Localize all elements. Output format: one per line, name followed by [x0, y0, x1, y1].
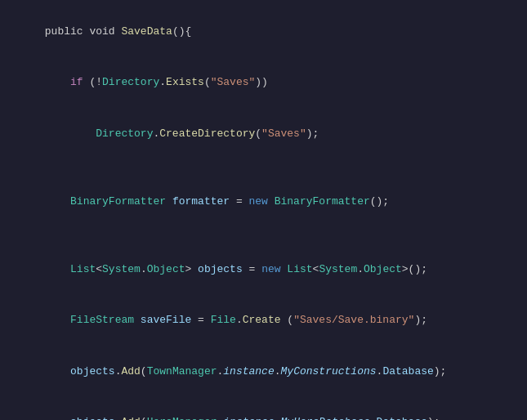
- code-line: BinaryFormatter formatter = new BinaryFo…: [0, 176, 527, 227]
- code-line: objects.Add(TownManager.instance.MyConst…: [0, 346, 527, 397]
- code-line: [0, 159, 527, 176]
- code-line: public void SaveData(){: [0, 7, 527, 57]
- code-line: objects.Add(HeroManager.instance.MyHeroD…: [0, 397, 527, 420]
- code-line: List<System.Object> objects = new List<S…: [0, 244, 527, 295]
- code-line: Directory.CreateDirectory("Saves");: [0, 109, 527, 159]
- code-line: if (!Directory.Exists("Saves")): [0, 57, 527, 108]
- code-editor: public void SaveData(){ if (!Directory.E…: [0, 0, 527, 420]
- code-line: [0, 227, 527, 244]
- code-line: FileStream saveFile = File.Create ("Save…: [0, 296, 527, 346]
